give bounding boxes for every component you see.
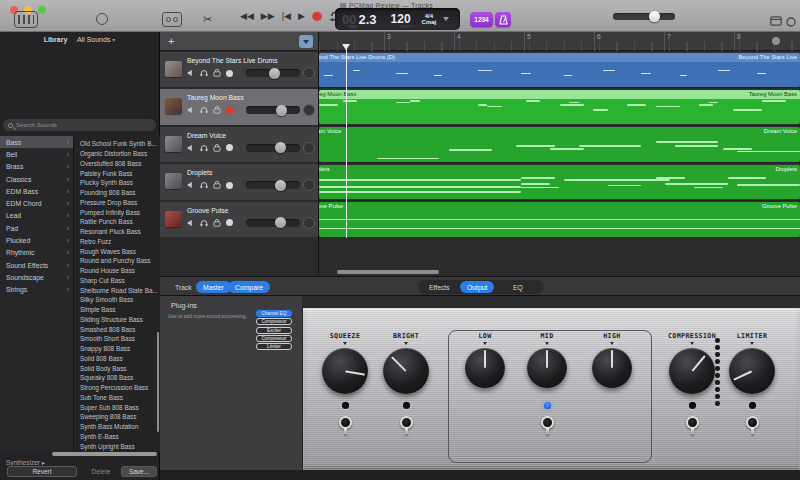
record-enable-button[interactable] xyxy=(226,70,233,77)
library-category-plucked[interactable]: Plucked › xyxy=(0,234,73,246)
toggle-switch-bright[interactable] xyxy=(398,416,415,440)
knob-limiter[interactable] xyxy=(729,348,775,394)
mute-icon[interactable] xyxy=(187,69,195,77)
sound-item-sweeping-808-bass[interactable]: Sweeping 808 Bass xyxy=(74,412,160,422)
knob-compression[interactable] xyxy=(669,348,715,394)
track-header-groove-pulse[interactable]: Groove Pulse xyxy=(160,202,318,238)
track-height-toggle-button[interactable] xyxy=(299,35,313,48)
plugin-slot-compressor-1[interactable]: Compressor xyxy=(256,318,292,325)
library-category-soundscape[interactable]: Soundscape › xyxy=(0,271,73,283)
track-header-beyond-the-stars-live-drums[interactable]: Beyond The Stars Live Drums xyxy=(160,52,318,88)
sound-item-super-sub-808-bass[interactable]: Super Sub 808 Bass xyxy=(74,402,160,412)
sound-item-solid-808-bass[interactable]: Solid 808 Bass xyxy=(74,354,160,364)
sound-item-solid-body-bass[interactable]: Solid Body Bass xyxy=(74,363,160,373)
toggle-switch-limiter[interactable] xyxy=(744,416,761,440)
solo-headphones-icon[interactable] xyxy=(200,181,208,189)
library-category-sound-effects[interactable]: Sound Effects › xyxy=(0,259,73,271)
track-pan-knob[interactable] xyxy=(303,67,315,79)
sound-item-rattle-punch-bass[interactable]: Rattle Punch Bass xyxy=(74,217,160,227)
toggle-switch-eq-group[interactable] xyxy=(539,416,556,440)
track-volume-slider[interactable] xyxy=(246,181,300,189)
toggle-switch-squeeze[interactable] xyxy=(337,416,354,440)
plugin-slot-limiter-4[interactable]: Limiter xyxy=(256,343,292,350)
editors-button[interactable]: ✂ xyxy=(203,9,212,27)
input-monitor-icon[interactable] xyxy=(213,181,221,189)
sound-item-plucky-synth-bass[interactable]: Plucky Synth Bass xyxy=(74,178,160,188)
record-enable-button[interactable] xyxy=(226,219,233,226)
sound-item-pumped-infinity-bass[interactable]: Pumped Infinity Bass xyxy=(74,207,160,217)
sound-item-sliding-structure-bass[interactable]: Sliding Structure Bass xyxy=(74,315,160,325)
track-pan-knob[interactable] xyxy=(303,104,315,116)
sound-item-overstuffed-808-bass[interactable]: Overstuffed 808 Bass xyxy=(74,159,160,169)
library-horizontal-scrollbar[interactable] xyxy=(52,452,157,456)
sound-item-sharp-cut-bass[interactable]: Sharp Cut Bass xyxy=(74,276,160,286)
track-volume-thumb[interactable] xyxy=(269,68,280,79)
track-volume-slider[interactable] xyxy=(246,69,300,77)
library-category-edm-bass[interactable]: EDM Bass › xyxy=(0,185,73,197)
sound-item-pressure-drop-bass[interactable]: Pressure Drop Bass xyxy=(74,198,160,208)
rewind-button[interactable]: ◀◀ xyxy=(240,10,254,22)
sound-item-old-school-funk-synth-b[interactable]: Old School Funk Synth B... xyxy=(74,139,160,149)
solo-headphones-icon[interactable] xyxy=(200,106,208,114)
record-enable-button[interactable] xyxy=(226,182,233,189)
sound-item-squeaky-808-bass[interactable]: Squeaky 808 Bass xyxy=(74,373,160,383)
sound-item-retro-fuzz[interactable]: Retro Fuzz xyxy=(74,237,160,247)
lcd-chevron-down-icon[interactable] xyxy=(443,17,449,21)
revert-button[interactable]: Revert xyxy=(7,466,77,477)
library-category-brass[interactable]: Brass › xyxy=(0,161,73,173)
sound-item-round-house-bass[interactable]: Round House Bass xyxy=(74,266,160,276)
mute-icon[interactable] xyxy=(187,181,195,189)
go-to-beginning-button[interactable]: |◀ xyxy=(282,10,291,22)
sound-item-round-and-punchy-bass[interactable]: Round and Punchy Bass xyxy=(74,256,160,266)
track-pan-knob[interactable] xyxy=(303,217,315,229)
track-pan-knob[interactable] xyxy=(303,179,315,191)
sound-item-pounding-808-bass[interactable]: Pounding 808 Bass xyxy=(74,188,160,198)
input-monitor-icon[interactable] xyxy=(213,69,221,77)
input-monitor-icon[interactable] xyxy=(213,144,221,152)
search-input[interactable]: Search Sounds xyxy=(3,119,156,131)
region-taureg-moon-bass[interactable]: Taureg Moon Bass Taureg Moon Bass xyxy=(319,90,800,125)
sound-item-simple-bass[interactable]: Simple Bass xyxy=(74,305,160,315)
loop-browser-button[interactable] xyxy=(770,12,782,30)
tab-compare[interactable]: Compare xyxy=(228,281,270,293)
sound-item-smooth-short-bass[interactable]: Smooth Short Bass xyxy=(74,334,160,344)
media-browser-button[interactable] xyxy=(786,13,796,31)
toggle-switch-compression[interactable] xyxy=(684,416,701,440)
track-volume-slider[interactable] xyxy=(246,106,300,114)
record-enable-button[interactable] xyxy=(226,107,233,114)
knob-bright[interactable] xyxy=(383,348,429,394)
sound-item-organic-distortion-bass[interactable]: Organic Distortion Bass xyxy=(74,149,160,159)
track-volume-thumb[interactable] xyxy=(275,142,286,153)
library-category-strings[interactable]: Strings › xyxy=(0,284,73,296)
track-volume-thumb[interactable] xyxy=(275,180,286,191)
timeline-ruler[interactable]: 345678 xyxy=(319,32,800,51)
tab-track[interactable]: Track xyxy=(168,281,199,293)
region-groove-pulse[interactable]: Groove Pulse Groove Pulse xyxy=(319,202,800,237)
sound-item-synth-upright-bass[interactable]: Synth Upright Bass xyxy=(74,441,160,451)
track-volume-thumb[interactable] xyxy=(276,105,287,116)
sound-item-snappy-808-bass[interactable]: Snappy 808 Bass xyxy=(74,344,160,354)
region-dream-voice[interactable]: Dream Voice Dream Voice xyxy=(319,127,800,162)
tab-eq[interactable]: EQ xyxy=(506,281,530,293)
solo-headphones-icon[interactable] xyxy=(200,69,208,77)
region-beyond-the-stars-live-drums[interactable]: Beyond The Stars Live Drums (D) Beyond T… xyxy=(319,53,800,88)
sound-item-synth-e-bass[interactable]: Synth E-Bass xyxy=(74,432,160,442)
mute-icon[interactable] xyxy=(187,219,195,227)
metronome-button[interactable] xyxy=(495,12,511,27)
track-volume-slider[interactable] xyxy=(246,219,300,227)
quick-help-button[interactable] xyxy=(96,11,108,29)
knob-low[interactable] xyxy=(465,348,505,388)
play-button[interactable]: ▶ xyxy=(298,10,305,22)
library-category-bell[interactable]: Bell › xyxy=(0,148,73,160)
sound-item-paisley-funk-bass[interactable]: Paisley Funk Bass xyxy=(74,168,160,178)
record-enable-button[interactable] xyxy=(226,144,233,151)
plugin-slot-compressor-3[interactable]: Compressor xyxy=(256,335,292,342)
knob-high[interactable] xyxy=(592,348,632,388)
tab-effects[interactable]: Effects xyxy=(422,281,457,293)
sound-item-rough-waves-bass[interactable]: Rough Waves Bass xyxy=(74,246,160,256)
mute-icon[interactable] xyxy=(187,144,195,152)
delete-button[interactable]: Delete xyxy=(84,466,118,477)
knob-mid[interactable] xyxy=(527,348,567,388)
playhead-marker[interactable] xyxy=(342,44,350,50)
sound-item-resonant-pluck-bass[interactable]: Resonant Pluck Bass xyxy=(74,227,160,237)
